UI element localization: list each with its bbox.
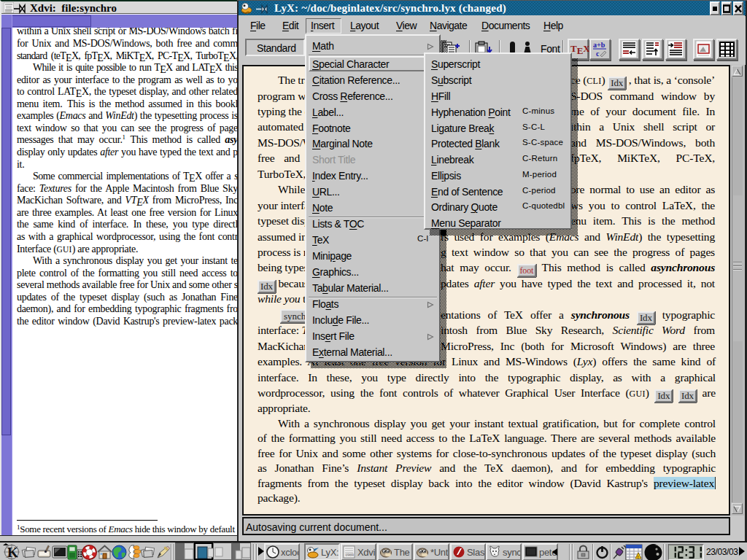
svg-text:c: c: [596, 50, 600, 58]
svg-text:!: !: [638, 554, 639, 559]
svg-text:K: K: [7, 545, 18, 560]
svg-text:1969: 1969: [345, 553, 354, 557]
svg-text:a+b: a+b: [593, 41, 605, 49]
